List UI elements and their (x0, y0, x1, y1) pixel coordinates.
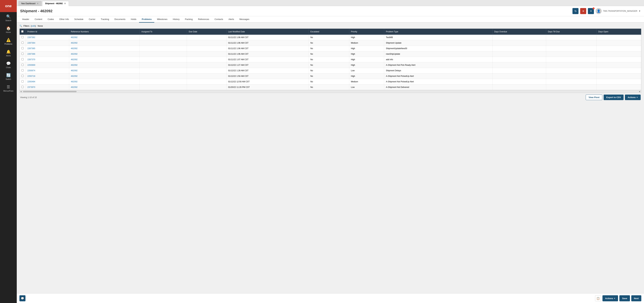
view-pivot-button[interactable]: View Pivot (586, 95, 602, 100)
escalated-cell: No (308, 35, 349, 40)
page-title: Shipment - 462092 (20, 9, 52, 13)
days-till-due-cell (546, 46, 596, 51)
scroll-thumb[interactable] (23, 91, 76, 92)
tab-tracking[interactable]: Tracking (98, 16, 112, 23)
problem-id-cell[interactable]: 2287365 (26, 46, 69, 51)
tab-problems[interactable]: Problems (139, 16, 154, 23)
top-tab-neo-dashboard[interactable]: Neo Dashboard ✕ (18, 1, 42, 6)
reference-numbers-cell[interactable]: 462092 (69, 51, 140, 57)
close-neo-dashboard-icon[interactable]: ✕ (37, 2, 39, 5)
problem-id-cell[interactable]: 2287362 (26, 35, 69, 40)
refresh-button[interactable]: ↻ (572, 8, 578, 14)
problem-type-cell: ShipmentUpdateNew30 (384, 46, 492, 51)
row-checkbox[interactable] (22, 75, 24, 77)
tab-codes[interactable]: Codes (45, 16, 57, 23)
scroll-left-arrow[interactable]: ◀ (20, 91, 22, 92)
scroll-right-arrow[interactable]: ▶ (639, 91, 640, 92)
problem-id-cell[interactable]: 2293669 (26, 62, 69, 68)
sidebar-item-problems[interactable]: ⚠️ Problems (0, 36, 17, 47)
reference-numbers-cell[interactable]: 462092 (69, 79, 140, 85)
assigned-to-cell (140, 46, 187, 51)
viewing-label: Viewing 1-10 of 10 (20, 96, 37, 99)
tab-documents[interactable]: Documents (112, 16, 128, 23)
row-checkbox[interactable] (22, 86, 24, 88)
reference-numbers-cell[interactable]: 462092 (69, 46, 140, 51)
table-row: 2293674 462092 01/12/22 1:28 AM CST No L… (20, 68, 641, 74)
user-dropdown-icon[interactable]: ▼ (639, 10, 641, 12)
assigned-to-cell (140, 68, 187, 74)
priority-cell: High (349, 62, 384, 68)
copy-button[interactable]: 📋 (595, 295, 601, 301)
reference-numbers-cell[interactable]: 462092 (69, 57, 140, 62)
export-csv-button[interactable]: Export to CSV (604, 95, 624, 100)
due-date-cell (187, 51, 226, 57)
close-button[interactable]: ✕ (580, 8, 586, 14)
row-checkbox[interactable] (22, 69, 24, 71)
filters-edit[interactable]: (edit): (31, 25, 36, 27)
reference-numbers-cell[interactable]: 462092 (69, 62, 140, 68)
col-days-till-due: Days Till Due (546, 29, 596, 35)
close-shipment-icon[interactable]: ✕ (64, 2, 66, 5)
row-checkbox[interactable] (22, 53, 24, 55)
due-date-cell (187, 85, 226, 90)
table-row: 2287364 462092 01/11/22 1:06 AM CST No M… (20, 40, 641, 46)
escalated-cell: No (308, 57, 349, 62)
days-open-cell (596, 79, 641, 85)
problem-type-cell: Shipment Delays (384, 68, 492, 74)
row-checkbox[interactable] (22, 58, 24, 60)
actions-dropdown-button[interactable]: Actions ▼ (625, 95, 641, 100)
row-checkbox[interactable] (22, 64, 24, 66)
sidebar-item-alerts[interactable]: 🔔 Alerts (0, 47, 17, 59)
problem-id-cell[interactable]: 2373970 (26, 85, 69, 90)
tab-carrier[interactable]: Carrier (86, 16, 98, 23)
problem-type-cell: A-Shipment Not PickedUp Alert (384, 79, 492, 85)
days-open-cell (596, 62, 641, 68)
tab-contacts[interactable]: Contacts (212, 16, 226, 23)
last-modified-cell: 01/12/22 1:27 AM CST (226, 62, 308, 68)
save-button[interactable]: Save (619, 295, 630, 301)
tab-references[interactable]: References (195, 16, 212, 23)
top-tab-shipment[interactable]: Shipment - 462092 ✕ (42, 1, 69, 6)
reference-numbers-cell[interactable]: 462092 (69, 40, 140, 46)
content-area: 🔍 Filters (edit): None Problem Id Refere… (17, 23, 644, 293)
row-checkbox[interactable] (22, 47, 24, 49)
reference-numbers-cell[interactable]: 462092 (69, 68, 140, 74)
sidebar-item-switch[interactable]: 🔄 Switch (0, 71, 17, 83)
select-all-checkbox[interactable] (21, 30, 24, 33)
problem-id-cell[interactable]: 2293674 (26, 68, 69, 74)
tab-holds[interactable]: Holds (128, 16, 139, 23)
tab-messages[interactable]: Messages (237, 16, 252, 23)
row-checkbox[interactable] (22, 80, 24, 83)
row-checkbox[interactable] (22, 36, 24, 38)
reference-numbers-cell[interactable]: 462092 (69, 74, 140, 79)
horizontal-scrollbar[interactable]: ◀ ▶ (20, 90, 641, 93)
sidebar-item-search[interactable]: 🔍 Search (0, 12, 17, 24)
problem-id-cell[interactable]: 2287364 (26, 40, 69, 46)
problem-id-cell[interactable]: 2287366 (26, 51, 69, 57)
tab-schedule[interactable]: Schedule (72, 16, 86, 23)
sidebar-item-menus[interactable]: ☰ Menus/Favs (0, 83, 17, 94)
sidebar-item-home[interactable]: 🏠 Home (0, 24, 17, 36)
tab-alerts[interactable]: Alerts (226, 16, 237, 23)
row-checkbox[interactable] (22, 42, 24, 44)
tab-other-info[interactable]: Other Info (57, 16, 72, 23)
tab-milestones[interactable]: Milestones (154, 16, 170, 23)
chat-button[interactable]: 💬 (20, 295, 26, 301)
problem-id-cell[interactable]: 2293718 (26, 74, 69, 79)
sidebar-label-home: Home (6, 31, 11, 33)
sidebar-item-chats[interactable]: 💬 Chats (0, 59, 17, 71)
table-row: 2287370 462092 01/11/22 1:07 AM CST No H… (20, 57, 641, 62)
next-button[interactable]: Next (631, 295, 641, 301)
tab-header[interactable]: Header (20, 16, 32, 23)
bottom-actions-button[interactable]: Actions ▼ (602, 295, 618, 301)
tab-history[interactable]: History (170, 16, 182, 23)
tab-content[interactable]: Content (32, 16, 45, 23)
last-modified-cell: 01/11/22 1:06 AM CST (226, 35, 308, 40)
sidebar-label-alerts: Alerts (6, 55, 11, 57)
problem-id-cell[interactable]: 2293494 (26, 79, 69, 85)
reference-numbers-cell[interactable]: 462092 (69, 85, 140, 90)
reference-numbers-cell[interactable]: 462092 (69, 35, 140, 40)
problem-id-cell[interactable]: 2287370 (26, 57, 69, 62)
tab-packing[interactable]: Packing (182, 16, 195, 23)
priority-cell: High (349, 35, 384, 40)
